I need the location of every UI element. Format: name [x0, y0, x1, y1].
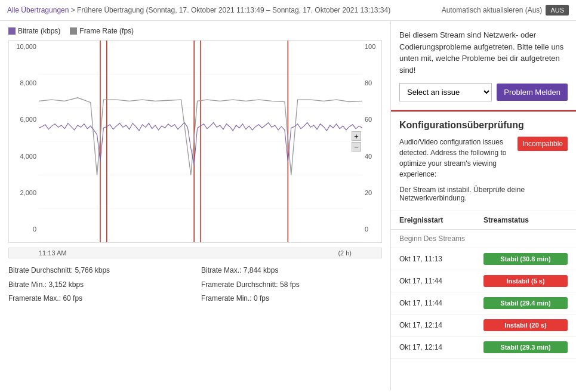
- event-time: Okt 17, 12:14: [399, 343, 483, 351]
- aus-button[interactable]: AUS: [546, 5, 569, 16]
- framerate-min-label: Framerate Min.: 0 fps: [201, 292, 382, 305]
- issue-controls: Select an issue Network Issues Encoding …: [399, 83, 568, 101]
- issue-text: Bei diesem Stream sind Netzwerk- oder Co…: [399, 29, 568, 76]
- event-rows-container: Okt 17, 11:13Stabil (30.8 min)Okt 17, 11…: [391, 248, 576, 359]
- event-time: Okt 17, 11:44: [399, 299, 483, 307]
- events-header: Ereignisstart Streamstatus: [391, 211, 576, 230]
- legend-framerate-label: Frame Rate (fps): [79, 27, 134, 35]
- event-row: Okt 17, 11:44Instabil (5 s): [391, 270, 576, 292]
- instabil-text: Der Stream ist instabil. Überprüfe deine…: [399, 186, 568, 202]
- time-start: 11:13 AM: [39, 249, 66, 257]
- header: Alle Übertragungen > Frühere Übertragung…: [0, 0, 576, 21]
- time-duration: (2 h): [338, 249, 352, 257]
- event-row: Okt 17, 12:14Instabil (20 s): [391, 314, 576, 337]
- breadcrumb: Alle Übertragungen > Frühere Übertragung…: [7, 6, 390, 14]
- event-status-badge: Instabil (20 s): [483, 319, 568, 331]
- framerate-color-swatch: [70, 27, 77, 35]
- event-status-badge: Instabil (5 s): [483, 275, 568, 287]
- event-row: Okt 17, 11:44Stabil (29.4 min): [391, 292, 576, 314]
- event-row: Okt 17, 11:13Stabil (30.8 min): [391, 248, 576, 270]
- event-row: Okt 17, 12:14Stabil (29.3 min): [391, 337, 576, 359]
- chart-canvas: + −: [39, 41, 362, 242]
- framerate-avg-label: Framerate Durchschnitt: 58 fps: [201, 279, 382, 292]
- issue-section: Bei diesem Stream sind Netzwerk- oder Co…: [391, 21, 576, 112]
- beginn-label: Beginn Des Streams: [399, 234, 465, 243]
- config-title: Konfigurationsüberprüfung: [399, 120, 568, 131]
- bitrate-avg-label: Bitrate Durchschnitt: 5,766 kbps: [8, 264, 189, 277]
- auto-update-area: Automatisch aktualisieren (Aus) AUS: [442, 5, 569, 16]
- auto-update-label: Automatisch aktualisieren (Aus): [442, 6, 543, 14]
- event-status-badge: Stabil (29.4 min): [483, 297, 568, 309]
- breadcrumb-link[interactable]: Alle Übertragungen: [7, 6, 69, 14]
- event-status-badge: Stabil (29.3 min): [483, 341, 568, 353]
- zoom-in-button[interactable]: +: [352, 131, 361, 141]
- bitrate-max-label: Bitrate Max.: 7,844 kbps: [201, 264, 382, 277]
- main-layout: Bitrate (kbps) Frame Rate (fps) 10,000 8…: [0, 21, 576, 390]
- zoom-out-button[interactable]: −: [352, 142, 361, 152]
- breadcrumb-current: Frühere Übertragung (Sonntag, 17. Oktobe…: [77, 6, 390, 14]
- y-axis-right: 100 80 60 40 20 0: [362, 41, 381, 242]
- issue-select[interactable]: Select an issue Network Issues Encoding …: [399, 83, 492, 101]
- right-panel: Bei diesem Stream sind Netzwerk- oder Co…: [391, 21, 576, 390]
- events-section: Ereignisstart Streamstatus Beginn Des St…: [391, 211, 576, 359]
- event-time: Okt 17, 12:14: [399, 321, 483, 329]
- legend-bitrate: Bitrate (kbps): [8, 27, 60, 35]
- config-description: Audio/Video configuration issues detecte…: [399, 137, 512, 180]
- event-time: Okt 17, 11:13: [399, 255, 483, 263]
- event-time: Okt 17, 11:44: [399, 277, 483, 285]
- framerate-max-label: Framerate Max.: 60 fps: [8, 292, 189, 305]
- legend-bitrate-label: Bitrate (kbps): [18, 27, 60, 35]
- zoom-buttons: + −: [352, 131, 361, 152]
- chart-legend: Bitrate (kbps) Frame Rate (fps): [8, 27, 382, 35]
- problem-melden-button[interactable]: Problem Melden: [497, 84, 568, 101]
- config-row: Audio/Video configuration issues detecte…: [399, 137, 568, 180]
- bitrate-color-swatch: [8, 27, 16, 35]
- chart-svg: [39, 41, 362, 242]
- chart-time-bar: 11:13 AM (2 h): [8, 248, 382, 258]
- left-panel: Bitrate (kbps) Frame Rate (fps) 10,000 8…: [0, 21, 391, 390]
- stats-grid: Bitrate Durchschnitt: 5,766 kbps Bitrate…: [8, 264, 382, 305]
- chart-area: 10,000 8,000 6,000 4,000 2,000 0: [8, 40, 382, 243]
- legend-framerate: Frame Rate (fps): [70, 27, 134, 35]
- col-ereignisstart: Ereignisstart: [399, 216, 483, 224]
- breadcrumb-separator: >: [71, 6, 77, 14]
- incompatible-badge: Incompatible: [518, 137, 568, 151]
- col-streamstatus: Streamstatus: [483, 216, 568, 224]
- config-section: Konfigurationsüberprüfung Audio/Video co…: [391, 112, 576, 211]
- beginn-row: Beginn Des Streams: [391, 230, 576, 248]
- event-status-badge: Stabil (30.8 min): [483, 253, 568, 265]
- y-axis-left: 10,000 8,000 6,000 4,000 2,000 0: [9, 41, 39, 242]
- bitrate-min-label: Bitrate Min.: 3,152 kbps: [8, 279, 189, 292]
